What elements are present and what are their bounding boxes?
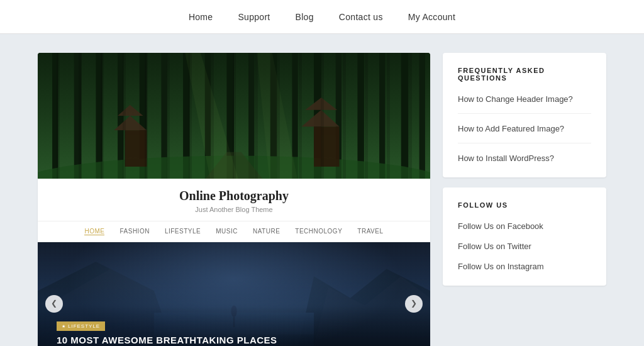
svg-rect-1 <box>52 53 58 179</box>
site-title-area: Online Photography Just Another Blog The… <box>38 179 430 221</box>
secondary-nav-travel[interactable]: TRAVEL <box>357 228 383 235</box>
follow-item: Follow Us on Twitter <box>458 240 591 252</box>
secondary-nav: HOMEFASHIONLIFESTYLEMUSICNATURETECHNOLOG… <box>38 221 430 242</box>
follow-link[interactable]: Follow Us on Facebook <box>458 221 543 231</box>
hero-image <box>38 53 430 179</box>
site-title: Online Photography <box>50 189 418 203</box>
blog-card-overlay: LIFESTYLE 10 MOST AWESOME BREATHTAKING P… <box>38 306 430 346</box>
svg-rect-0 <box>38 53 430 179</box>
svg-marker-25 <box>305 98 337 110</box>
nav-item-home[interactable]: Home <box>189 12 213 22</box>
lifestyle-badge: LIFESTYLE <box>57 321 105 331</box>
secondary-nav-home[interactable]: HOME <box>84 228 104 235</box>
follow-link[interactable]: Follow Us on Twitter <box>458 242 531 251</box>
secondary-nav-lifestyle[interactable]: LIFESTYLE <box>165 228 201 235</box>
svg-marker-26 <box>197 152 270 179</box>
main-content: Online Photography Just Another Blog The… <box>38 53 430 346</box>
faq-list: How to Change Header Image?How to Add Fe… <box>458 93 591 164</box>
svg-rect-11 <box>270 53 277 179</box>
faq-link[interactable]: How to Add Featured Image? <box>458 124 564 133</box>
svg-marker-22 <box>118 105 143 116</box>
carousel-next-button[interactable]: ❯ <box>405 295 423 313</box>
svg-marker-21 <box>114 116 147 130</box>
main-nav: HomeSupportBlogContact usMy Account <box>189 11 455 23</box>
nav-item-blog[interactable]: Blog <box>296 12 314 22</box>
faq-item: How to Install WordPress? <box>458 152 591 164</box>
svg-marker-28 <box>256 53 299 179</box>
faq-widget: FREQUENTLY ASKED QUESTIONS How to Change… <box>443 53 606 177</box>
hero-image-inner <box>38 53 430 179</box>
blog-card: ❮ ❯ LIFESTYLE 10 MOST AWESOME BREATHTAKI… <box>38 242 430 346</box>
svg-rect-15 <box>357 53 364 179</box>
follow-item: Follow Us on Instagram <box>458 260 591 272</box>
site-subtitle: Just Another Blog Theme <box>50 206 418 213</box>
nav-item-contact-us[interactable]: Contact us <box>339 12 383 22</box>
svg-rect-17 <box>401 53 409 179</box>
secondary-nav-fashion[interactable]: FASHION <box>119 228 149 235</box>
svg-rect-13 <box>314 53 321 179</box>
svg-rect-16 <box>379 53 385 179</box>
secondary-nav-technology[interactable]: TECHNOLOGY <box>295 228 342 235</box>
carousel-prev-button[interactable]: ❮ <box>45 295 63 313</box>
faq-widget-title: FREQUENTLY ASKED QUESTIONS <box>458 67 591 82</box>
faq-item: How to Add Featured Image? <box>458 123 591 134</box>
svg-rect-12 <box>292 53 297 179</box>
svg-marker-27 <box>183 53 241 179</box>
nav-item-my-account[interactable]: My Account <box>408 12 455 22</box>
svg-rect-20 <box>125 130 147 167</box>
svg-rect-10 <box>248 53 254 179</box>
secondary-nav-nature[interactable]: NATURE <box>253 228 280 235</box>
follow-item: Follow Us on Facebook <box>458 220 591 232</box>
nav-item-support[interactable]: Support <box>238 12 270 22</box>
follow-link[interactable]: Follow Us on Instagram <box>458 262 544 271</box>
sidebar: FREQUENTLY ASKED QUESTIONS How to Change… <box>443 53 606 346</box>
svg-rect-2 <box>74 53 82 179</box>
faq-link[interactable]: How to Install WordPress? <box>458 153 554 163</box>
svg-rect-9 <box>226 53 234 179</box>
follow-list: Follow Us on FacebookFollow Us on Twitte… <box>458 220 591 272</box>
svg-rect-23 <box>314 126 339 167</box>
svg-rect-18 <box>419 53 425 179</box>
svg-rect-3 <box>96 53 102 179</box>
svg-rect-6 <box>161 53 167 179</box>
svg-rect-4 <box>118 53 123 179</box>
faq-link[interactable]: How to Change Header Image? <box>458 94 573 104</box>
svg-rect-8 <box>205 53 211 179</box>
site-header: HomeSupportBlogContact usMy Account <box>0 0 644 34</box>
follow-widget-title: FOLLOW US <box>458 201 591 209</box>
secondary-nav-music[interactable]: MUSIC <box>216 228 238 235</box>
page-body: Online Photography Just Another Blog The… <box>0 34 644 346</box>
follow-widget: FOLLOW US Follow Us on FacebookFollow Us… <box>443 187 606 286</box>
faq-item: How to Change Header Image? <box>458 93 591 104</box>
svg-rect-7 <box>183 53 189 179</box>
svg-rect-5 <box>140 53 147 179</box>
hero-svg <box>38 53 430 179</box>
svg-marker-24 <box>301 110 339 127</box>
svg-point-19 <box>38 156 430 179</box>
svg-rect-14 <box>336 53 341 179</box>
blog-post-title: 10 MOST AWESOME BREATHTAKING PLACES <box>57 335 411 345</box>
